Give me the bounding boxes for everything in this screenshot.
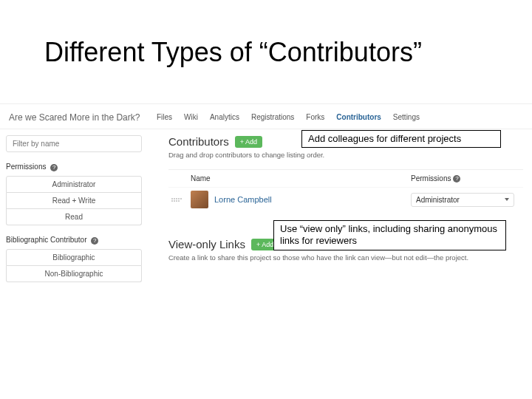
permissions-filter: Administrator Read + Write Read xyxy=(6,176,142,225)
perm-option-readwrite[interactable]: Read + Write xyxy=(6,193,142,209)
tab-forks[interactable]: Forks xyxy=(306,112,324,123)
project-title: Are we Scared More in the Dark? xyxy=(9,112,140,123)
biblio-filter-label: Bibliographic Contributor xyxy=(6,236,87,244)
biblio-filter: Bibliographic Non-Bibliographic xyxy=(6,249,142,282)
nav-tabs: Files Wiki Analytics Registrations Forks… xyxy=(157,112,523,123)
tab-contributors[interactable]: Contributors xyxy=(336,112,381,123)
view-only-heading: View-only Links xyxy=(168,238,245,250)
callout-view-only: Use “view only” links, including sharing… xyxy=(273,220,506,250)
contributor-name-link[interactable]: Lorne Campbell xyxy=(214,195,272,204)
permission-select[interactable]: Administrator xyxy=(411,193,514,207)
contributors-heading: Contributors xyxy=(168,135,229,148)
view-only-hint: Create a link to share this project so t… xyxy=(168,253,523,262)
help-icon[interactable]: ? xyxy=(50,164,58,171)
col-header-name: Name xyxy=(191,174,411,183)
callout-add-colleagues: Add colleagues for different projects xyxy=(301,130,501,148)
col-header-permissions: Permissions ? xyxy=(411,174,522,183)
help-icon[interactable]: ? xyxy=(91,237,98,245)
avatar xyxy=(191,191,208,208)
tab-wiki[interactable]: Wiki xyxy=(184,112,198,123)
perm-option-administrator[interactable]: Administrator xyxy=(6,176,142,193)
permissions-filter-header: Permissions ? xyxy=(6,160,142,174)
project-topbar: Are we Scared More in the Dark? Files Wi… xyxy=(0,104,532,129)
sidebar: Permissions ? Administrator Read + Write… xyxy=(0,129,148,296)
drag-handle-icon[interactable] xyxy=(170,191,183,208)
add-contributor-button[interactable]: + Add xyxy=(235,136,262,148)
help-icon[interactable]: ? xyxy=(453,175,460,183)
biblio-filter-header: Bibliographic Contributor ? xyxy=(6,233,142,248)
permissions-filter-label: Permissions xyxy=(6,163,46,171)
contributors-table: Name Permissions ? xyxy=(168,169,523,211)
tab-files[interactable]: Files xyxy=(157,112,172,123)
slide-title: Different Types of “Contributors” xyxy=(0,37,532,68)
table-row: Lorne Campbell Administrator xyxy=(168,187,523,211)
tab-settings[interactable]: Settings xyxy=(393,112,420,123)
biblio-option-bibliographic[interactable]: Bibliographic xyxy=(6,249,142,266)
col-header-permissions-label: Permissions xyxy=(411,174,451,183)
tab-analytics[interactable]: Analytics xyxy=(210,112,239,123)
biblio-option-nonbibliographic[interactable]: Non-Bibliographic xyxy=(6,266,142,282)
tab-registrations[interactable]: Registrations xyxy=(251,112,294,123)
perm-option-read[interactable]: Read xyxy=(6,209,142,225)
main-content: Contributors + Add Drag and drop contrib… xyxy=(148,129,532,296)
contributors-hint: Drag and drop contributors to change lis… xyxy=(168,151,523,159)
filter-name-input[interactable] xyxy=(6,135,142,152)
